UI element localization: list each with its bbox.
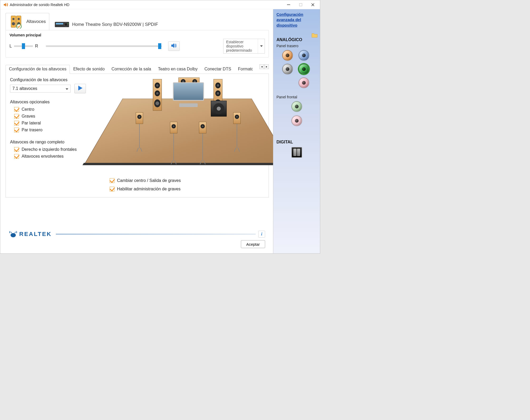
volume-slider[interactable] [46,45,162,47]
rear-panel-label: Panel trasero [276,44,317,48]
info-button[interactable]: i [258,231,265,238]
balance-left-label: L [9,44,12,49]
realtek-crab-icon [9,231,17,238]
tripod-icon [199,160,206,164]
optional-speakers-title: Altavoces opcionales [10,100,105,104]
check-bass-mgmt-label: Habilitar administración de graves [117,187,181,191]
checkbox-icon [14,128,19,132]
close-button[interactable] [307,1,319,9]
minimize-button[interactable] [283,1,295,9]
svg-point-11 [64,23,67,26]
advanced-settings-link[interactable]: Configuración avanzada del dispositivo [276,12,317,28]
brand-text: REALTEK [19,231,52,238]
tab-scroll-buttons: ◂ ▸ [259,64,269,69]
subwoofer-icon[interactable] [211,101,227,117]
default-device-dropdown[interactable]: Establecer dispositivo predeterminado [223,39,265,54]
check-bass-label: Graves [22,114,35,119]
rear-right-speaker-icon[interactable] [199,122,206,133]
jack-front-green[interactable] [291,101,302,112]
checkbox-icon [14,121,19,125]
speaker-app-icon [3,2,8,7]
stand-icon [139,124,140,148]
jack-blue[interactable] [299,50,309,61]
brand-divider [56,234,256,234]
device-tab-hometheatre[interactable]: Home Theatre Sony BDV-N9200W | SPDIF [51,18,162,30]
balance-slider[interactable] [14,45,33,47]
titlebar: Administrador de sonido Realtek HD [0,0,320,9]
checkbox-icon [14,154,19,159]
tab-format[interactable]: Formato [235,65,253,74]
folder-icon[interactable] [312,32,318,38]
tab-scroll-right[interactable]: ▸ [264,64,269,69]
jack-green-active[interactable] [299,64,309,74]
tab-dolby[interactable]: Teatro en casa Dolby [154,65,201,74]
tab-dts[interactable]: Conectar DTS [201,65,235,74]
svg-point-5 [12,22,15,25]
speakers-icon [9,15,24,28]
svg-rect-0 [287,4,290,5]
balance-right-label: R [35,44,38,49]
speaker-config-panel: Configuración de los altavoces 7.1 altav… [6,74,269,197]
check-front-lr-label: Derecho e izquierdo frontales [22,147,77,152]
speaker-config-select[interactable]: 7.1 altavoces [10,85,71,93]
check-side[interactable]: Par lateral [10,120,105,127]
svg-rect-2 [11,16,16,27]
rear-left-speaker-icon[interactable] [170,122,177,133]
check-swap-center-label: Cambiar centro / Salida de graves [117,178,181,183]
jack-orange[interactable] [282,50,293,61]
side-left-speaker-icon[interactable] [136,112,143,124]
checkbox-icon [14,114,19,119]
settings-tabs-wrap: ◂ ▸ Configuración de los altavoces Efect… [6,65,269,197]
jack-front-pink[interactable] [291,115,302,126]
tab-speaker-config[interactable]: Configuración de los altavoces [6,65,70,74]
speaker-config-selected: 7.1 altavoces [12,86,37,91]
sound-icon [171,43,177,49]
check-center[interactable]: Centro [10,106,105,113]
checkbox-icon [14,107,19,112]
volume-slider-thumb[interactable] [158,43,161,49]
check-bass[interactable]: Graves [10,113,105,120]
room-illustration[interactable] [120,78,254,172]
front-left-tower-icon[interactable] [153,79,162,111]
test-play-button[interactable] [74,84,86,93]
check-swap-center[interactable]: Cambiar centro / Salida de graves [110,177,181,184]
analog-heading: ANALÓGICO [276,37,317,42]
svg-point-8 [17,24,21,28]
check-front-lr[interactable]: Derecho e izquierdo frontales [10,146,105,153]
main-volume-label: Volumen principal [9,33,265,37]
balance-slider-thumb[interactable] [22,43,25,49]
check-rear-label: Par trasero [22,128,42,132]
device-tabs: Altavoces Home Theatre Sony BDV-N9200W |… [6,12,269,30]
stand-icon [173,133,174,161]
window-title: Administrador de sonido Realtek HD [10,3,283,7]
av-receiver-icon [54,20,70,29]
speaker-config-title: Configuración de los altavoces [10,78,105,82]
tab-scroll-left[interactable]: ◂ [259,64,264,69]
tab-sound-effect[interactable]: Efecto de sonido [70,65,108,74]
jack-pink[interactable] [299,78,309,88]
side-right-speaker-icon[interactable] [233,112,241,124]
tripod-icon [136,148,143,151]
svg-point-4 [12,18,14,20]
check-rear[interactable]: Par trasero [10,127,105,133]
ok-button[interactable]: Aceptar [241,240,265,248]
balance-control: L R [9,44,38,49]
digital-jack[interactable] [291,147,302,158]
svg-point-6 [18,18,20,20]
settings-tabs: Configuración de los altavoces Efecto de… [6,65,269,74]
svg-point-12 [67,23,68,24]
device-tab-hometheatre-label: Home Theatre Sony BDV-N9200W | SPDIF [72,22,158,27]
maximize-button[interactable] [295,1,307,9]
stand-icon [202,133,203,161]
device-tab-speakers[interactable]: Altavoces [6,13,49,30]
rear-jacks [276,50,317,88]
check-center-label: Centro [22,107,34,112]
mute-button[interactable] [168,41,180,51]
right-panel: Configuración avanzada del dispositivo A… [273,9,320,253]
tab-room-correction[interactable]: Corrección de la sala [108,65,154,74]
check-surround-label: Altavoces envolventes [22,154,64,159]
jack-grey[interactable] [282,64,293,74]
check-bass-mgmt[interactable]: Habilitar administración de graves [110,186,181,192]
tripod-icon [170,160,177,164]
svg-point-13 [11,234,15,237]
